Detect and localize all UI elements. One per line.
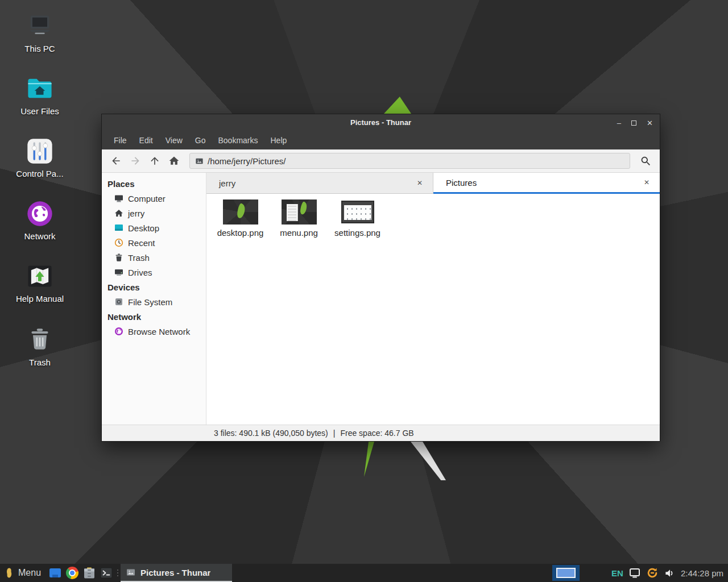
status-divider: | <box>333 429 336 438</box>
menu-go[interactable]: Go <box>189 131 212 149</box>
computer-icon <box>114 194 123 203</box>
sidebar-item-browse-network[interactable]: Browse Network <box>102 324 206 339</box>
file-settings-png[interactable]: settings.png <box>328 198 387 238</box>
desktop-icon-label: Trash <box>10 357 69 367</box>
menu-file[interactable]: File <box>107 131 133 149</box>
maximize-button[interactable] <box>631 119 636 127</box>
drives-icon <box>114 268 123 277</box>
workspace-switcher[interactable] <box>552 565 580 581</box>
path-bar[interactable]: /home/jerry/Pictures/ <box>189 153 630 169</box>
menu-bookmarks[interactable]: Bookmarks <box>212 131 264 149</box>
menu-label: Menu <box>18 568 41 578</box>
desktop-icon-label: This PC <box>10 44 69 53</box>
desktop-icon-label: User Files <box>10 106 69 116</box>
launcher-chrome[interactable] <box>64 564 81 582</box>
desktop-png-thumbnail <box>223 199 258 225</box>
keyboard-layout-indicator[interactable]: EN <box>611 568 623 578</box>
help-manual-icon <box>25 261 55 291</box>
status-free-space: Free space: 46.7 GB <box>340 429 413 438</box>
blue-window-icon <box>48 566 62 580</box>
back-button[interactable] <box>106 152 126 169</box>
terminal-icon <box>100 566 113 580</box>
update-manager-icon[interactable] <box>646 567 659 579</box>
sidebar-item-label: Desktop <box>128 223 159 233</box>
tab-close-icon[interactable]: ✕ <box>413 179 426 187</box>
tasklist-drag-handle[interactable] <box>115 564 121 582</box>
display-tray-icon[interactable] <box>629 568 640 578</box>
wallpaper-leaf-swoosh <box>411 442 446 480</box>
menu-edit[interactable]: Edit <box>133 131 159 149</box>
workspace-window-preview <box>556 568 576 578</box>
path-text: /home/jerry/Pictures/ <box>208 156 286 166</box>
file-view[interactable]: desktop.png menu.png <box>206 194 660 425</box>
clock[interactable]: 2:44:28 pm <box>681 568 723 578</box>
up-button[interactable] <box>145 152 164 169</box>
start-menu-button[interactable]: Menu <box>0 564 47 582</box>
tab-pictures[interactable]: Pictures ✕ <box>433 173 660 194</box>
sidebar-item-drives[interactable]: Drives <box>102 265 206 280</box>
mint-menu-icon <box>5 566 14 580</box>
menu-view[interactable]: View <box>159 131 189 149</box>
task-window-icon <box>126 568 135 577</box>
desktop-icon-help-manual[interactable]: Help Manual <box>10 261 69 304</box>
desktop-icon-trash[interactable]: Trash <box>10 325 69 367</box>
sidebar-item-recent[interactable]: Recent <box>102 235 206 250</box>
task-button-thunar[interactable]: Pictures - Thunar <box>121 564 232 582</box>
file-name: settings.png <box>334 228 380 238</box>
sidebar-item-file-system[interactable]: File System <box>102 294 206 309</box>
filesystem-icon <box>114 297 123 306</box>
sidebar-item-label: Browse Network <box>128 327 190 336</box>
window-title: Pictures - Thunar <box>102 114 660 131</box>
menubar: File Edit View Go Bookmarks Help <box>102 131 660 149</box>
trash-small-icon <box>114 253 123 262</box>
status-summary: 3 files: 490.1 kB (490,050 bytes) <box>214 429 328 438</box>
tab-label: jerry <box>219 178 235 188</box>
launcher-file-manager[interactable] <box>81 564 98 582</box>
tab-bar: jerry ✕ Pictures ✕ <box>206 173 660 194</box>
sidebar-item-label: File System <box>128 297 172 307</box>
desktop: This PC User Files Control Pa... Network… <box>0 0 728 582</box>
toolbar: /home/jerry/Pictures/ <box>102 149 660 173</box>
search-button[interactable] <box>636 152 655 169</box>
network-icon <box>25 199 55 228</box>
maximize-icon <box>631 120 636 126</box>
status-bar: 3 files: 490.1 kB (490,050 bytes) | Free… <box>102 425 660 441</box>
file-name: menu.png <box>280 228 318 238</box>
launcher-files[interactable] <box>47 564 64 582</box>
tab-close-icon[interactable]: ✕ <box>640 178 653 186</box>
home-icon <box>114 209 123 218</box>
sidebar-item-desktop[interactable]: Desktop <box>102 221 206 235</box>
home-button[interactable] <box>164 152 184 169</box>
desktop-icon-this-pc[interactable]: This PC <box>10 11 69 53</box>
titlebar[interactable]: Pictures - Thunar – ✕ <box>102 114 660 131</box>
system-tray: EN 2:44:28 pm <box>611 567 728 579</box>
forward-button[interactable] <box>126 152 145 169</box>
sidebar-item-jerry[interactable]: jerry <box>102 206 206 221</box>
file-menu-png[interactable]: menu.png <box>270 198 328 238</box>
launcher-terminal[interactable] <box>98 564 115 582</box>
menu-help[interactable]: Help <box>264 131 293 149</box>
sidebar-item-trash[interactable]: Trash <box>102 250 206 265</box>
control-panel-icon <box>25 136 55 166</box>
minimize-button[interactable]: – <box>617 119 621 127</box>
trash-icon <box>25 325 55 355</box>
task-button-label: Pictures - Thunar <box>140 568 210 577</box>
file-cabinet-icon <box>82 566 96 580</box>
desktop-icon-user-files[interactable]: User Files <box>10 74 69 116</box>
close-button[interactable]: ✕ <box>647 119 653 127</box>
tab-jerry[interactable]: jerry ✕ <box>206 173 433 194</box>
image-icon <box>195 157 204 165</box>
desktop-icon-control-panel[interactable]: Control Pa... <box>10 136 69 178</box>
desktop-icon-label: Help Manual <box>10 294 69 304</box>
user-files-icon <box>25 74 55 103</box>
browse-network-icon <box>114 327 123 336</box>
file-desktop-png[interactable]: desktop.png <box>211 198 270 238</box>
taskbar: Menu Pictures - Thunar EN 2:44:28 pm <box>0 564 728 582</box>
file-name: desktop.png <box>217 228 264 238</box>
sidebar-item-computer[interactable]: Computer <box>102 191 206 206</box>
volume-icon[interactable] <box>664 568 675 579</box>
settings-png-thumbnail <box>341 201 374 223</box>
wallpaper-logo-fragment-top <box>384 97 411 114</box>
desktop-icon-network[interactable]: Network <box>10 199 69 241</box>
sidebar-item-label: Drives <box>128 268 152 277</box>
